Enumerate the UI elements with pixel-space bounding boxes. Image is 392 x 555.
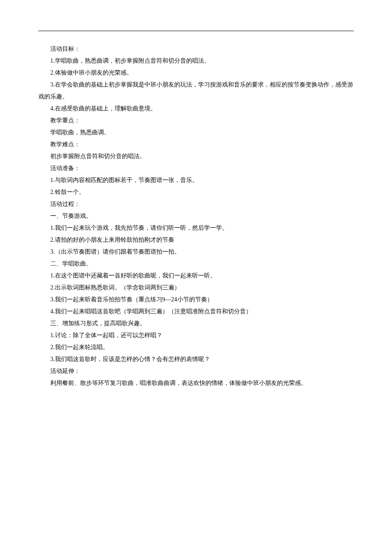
para-difficulty-content: 初步掌握附点音符和切分音的唱法。 — [38, 150, 354, 162]
para-difficulty-header: 教学难点： — [38, 139, 354, 150]
para-s3-1: 1.讨论：除了全体一起唱，还可以怎样唱？ — [38, 330, 354, 341]
para-s2-1: 1.在这个图谱中还藏着一首好听的歌曲呢，我们一起来听一听。 — [38, 270, 354, 282]
para-section-3: 三、增加练习形式，提高唱歌兴趣。 — [38, 318, 354, 330]
para-goal-header: 活动目标： — [38, 43, 354, 55]
para-s3-3: 3.我们唱这首歌时，应该是怎样的心情？会有怎样的表情呢？ — [38, 353, 354, 365]
para-goal-3-line1: 3.在学会歌曲的基础上初步掌握我是中班小朋友的玩法，学习按游戏和音乐的要求，相应… — [38, 79, 354, 103]
para-keypoint-header: 教学重点： — [38, 115, 354, 127]
para-prep-header: 活动准备： — [38, 162, 354, 174]
para-s2-3: 3.我们一起来听着音乐拍拍节奏（重点练习9—24小节的节奏） — [38, 294, 354, 306]
para-s1-1: 1.我们一起来玩个游戏，我先拍节奏，请你们听一听，然后学一学。 — [38, 222, 354, 234]
para-s3-2: 2.我们一起来轮流唱。 — [38, 341, 354, 353]
para-section-2: 二、学唱歌曲。 — [38, 258, 354, 270]
para-s1-3: 3.（出示节奏图谱）请你们跟着节奏图谱拍一拍。 — [38, 246, 354, 258]
para-goal-1: 1.学唱歌曲，熟悉曲调，初步掌握附点音符和切分音的唱法。 — [38, 55, 354, 67]
para-goal-2: 2.体验做中班小朋友的光荣感。 — [38, 67, 354, 79]
para-s2-2: 2.出示歌词图标熟悉歌词。（学念歌词两到三遍） — [38, 282, 354, 294]
para-prep-2: 2.铃鼓一个。 — [38, 186, 354, 198]
top-horizontal-rule — [38, 31, 354, 31]
para-goal-4: 4.在感受歌曲的基础上，理解歌曲意境。 — [38, 103, 354, 115]
para-prep-1: 1.与歌词内容相匹配的图标若干，节奏图谱一张，音乐。 — [38, 174, 354, 186]
para-section-1: 一、节奏游戏。 — [38, 210, 354, 222]
para-s2-4: 4.我们一起来唱唱这首歌吧（学唱两到三遍）（注意唱准附点音符和切分音） — [38, 306, 354, 318]
para-process-header: 活动过程： — [38, 198, 354, 210]
para-s1-2: 2.请拍的好的小朋友上来用铃鼓拍拍刚才的节奏 — [38, 234, 354, 246]
document-page: 活动目标： 1.学唱歌曲，熟悉曲调，初步掌握附点音符和切分音的唱法。 2.体验做… — [0, 0, 392, 555]
para-extension-content: 利用餐前、散步等环节复习歌曲，唱准歌曲曲调，表达欢快的情绪，体验做中班小朋友的光… — [38, 377, 354, 389]
para-extension-header: 活动延伸： — [38, 365, 354, 377]
para-keypoint-content: 学唱歌曲，熟悉曲调。 — [38, 127, 354, 139]
